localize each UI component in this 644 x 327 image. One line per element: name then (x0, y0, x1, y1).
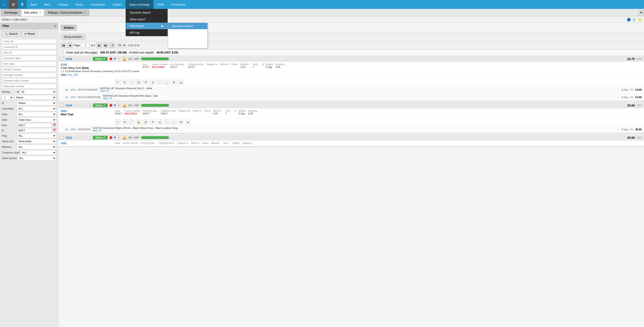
star-icon[interactable]: ⭐ (638, 17, 642, 22)
submenu-special-import[interactable]: Special import (168, 36, 207, 42)
nav-item[interactable]: Item (40, 0, 54, 9)
copy-icon[interactable]: ⧉ (122, 119, 128, 124)
menu-dynamic-export[interactable]: Dynamic export (126, 9, 168, 16)
status-to-select[interactable]: Status (17, 101, 56, 105)
nav-customers[interactable]: Customers (87, 0, 109, 9)
s-button[interactable]: S (18, 0, 26, 9)
order-id-link[interactable]: 5556 (66, 57, 72, 61)
eye-icon[interactable]: 👁 (143, 80, 148, 85)
from-date-input[interactable] (17, 123, 52, 127)
invoice-number-input[interactable] (2, 67, 56, 72)
status-field-select[interactable]: Status (14, 95, 56, 100)
client-store-select[interactable]: ALL (18, 156, 56, 160)
last-page-button[interactable]: ▶| (103, 43, 108, 48)
document-icon[interactable]: 📄 (129, 119, 134, 124)
item-id-link[interactable]: 1859 (70, 128, 76, 131)
filter-toggle[interactable]: ◁ (54, 24, 56, 28)
tab-edit-orders[interactable]: Edit orders ✕ (21, 9, 44, 16)
lock-icon[interactable]: 🔒 (136, 119, 142, 124)
refresh-button[interactable]: ↺ (110, 43, 115, 48)
nav-listings[interactable]: Listings (54, 0, 72, 9)
sync-icon[interactable]: 🔵 (626, 17, 631, 22)
order-id-input[interactable] (2, 39, 56, 44)
order-id-link[interactable]: 5539 (66, 104, 72, 107)
nav-stock[interactable]: Stock (72, 0, 87, 9)
tab-homepage[interactable]: Homepage (1, 9, 21, 16)
nav-start[interactable]: Start (26, 0, 40, 9)
ebay-username-link[interactable]: cha_zo8 (67, 73, 78, 76)
menu-data-import[interactable]: Data import ▶ Dynamic import Item Specia… (126, 23, 168, 29)
type-select[interactable]: ALL (17, 112, 56, 116)
tab-settings-event[interactable]: Settings » Event procedures ✕ (44, 9, 89, 16)
close-edit-orders-tab[interactable]: ✕ (39, 11, 41, 14)
submenu-ebay-listings[interactable]: eBay listings (168, 42, 207, 48)
date-select[interactable]: Order rece... (17, 118, 56, 122)
sub-order-link[interactable]: 5106 (61, 63, 67, 66)
item-id-input[interactable] (2, 50, 56, 55)
tab-overflow-arrow[interactable]: ▼ (638, 10, 644, 16)
customer-class-select[interactable]: ALL (20, 150, 56, 155)
menu-api-log[interactable]: API log (126, 29, 168, 36)
order-checkbox[interactable] (61, 104, 64, 107)
cancelled-select[interactable]: ALL (17, 106, 56, 111)
item-id-link[interactable]: 1924 (70, 96, 76, 98)
nav-processes[interactable]: Processes (168, 0, 189, 9)
customer-id-input[interactable] (2, 44, 56, 49)
prev-page-button[interactable]: ◀ (67, 43, 72, 48)
stock-unit-select[interactable]: Show limite... (17, 139, 56, 144)
calendar-icon2[interactable]: 📅 (53, 129, 56, 132)
copy-icon[interactable]: ⧉ (122, 80, 128, 85)
flag-select[interactable]: ALL (17, 133, 56, 138)
sort-field-select[interactable]: ID (20, 90, 56, 94)
package-number-input[interactable] (2, 73, 56, 77)
print-icon[interactable]: 🖨 (157, 119, 162, 124)
page-input[interactable] (81, 43, 90, 48)
monitor-icon[interactable]: 🖥 (632, 17, 636, 22)
status-operator-select[interactable]: = (2, 95, 14, 100)
gear-icon[interactable]: ⚙ (9, 0, 18, 9)
sub-order-link[interactable]: 5081 (61, 142, 67, 145)
item-source-link[interactable]: eBay UK (100, 90, 620, 92)
ebay-item-number-input[interactable] (2, 84, 56, 88)
eye-icon[interactable]: 👁 (150, 119, 156, 124)
per-page-select[interactable]: 50 (116, 43, 126, 48)
next-page-button[interactable]: ▶ (97, 43, 102, 48)
order-checkbox[interactable] (61, 136, 64, 139)
order-checkbox[interactable] (61, 58, 64, 60)
nav-data-exchange[interactable]: Data exchange (126, 0, 154, 9)
item-data-input[interactable] (2, 62, 56, 66)
sub-order-link[interactable]: 5092 (61, 110, 67, 113)
home-icon[interactable]: ⌂ (0, 0, 9, 9)
cloud-icon[interactable]: ☁ (185, 119, 190, 124)
customer-data-input[interactable] (2, 56, 56, 60)
cloud-icon[interactable]: ☁ (178, 80, 184, 85)
email-icon[interactable]: @ (143, 119, 148, 124)
order-id-link[interactable]: 5522 (66, 136, 72, 140)
search-button[interactable]: 🔍 Search (2, 31, 20, 37)
receipt-icon[interactable]: 🧾 (171, 119, 176, 124)
group-function-button[interactable]: Group function (61, 34, 85, 40)
close-settings-tab[interactable]: ✕ (84, 11, 86, 14)
item-id-link[interactable]: 1844 (70, 88, 76, 91)
submenu-item[interactable]: Item (168, 29, 207, 36)
multi-icon[interactable]: ⊞ (171, 80, 176, 85)
email-icon[interactable]: @ (136, 80, 142, 85)
submenu-dynamic-import[interactable]: Dynamic import (168, 23, 207, 29)
item-source-link[interactable]: eBay UK (103, 97, 620, 100)
arrow-icon[interactable]: → (164, 119, 170, 124)
calendar-icon[interactable]: 📅 (53, 124, 56, 127)
external-order-number-input[interactable] (2, 78, 56, 83)
first-page-button[interactable]: |◀ (61, 43, 66, 48)
receipt-icon[interactable]: 🧾 (164, 80, 170, 85)
document-icon[interactable]: 📄 (129, 80, 134, 85)
edit-icon[interactable]: ✏ (115, 80, 120, 85)
edit-icon[interactable]: ✏ (115, 119, 120, 124)
reset-button[interactable]: ↺ Reset (22, 31, 37, 37)
print-icon[interactable]: 🖨 (150, 80, 156, 85)
arrow-icon[interactable]: → (157, 80, 162, 85)
to-date-input[interactable] (17, 128, 52, 132)
menu-data-export[interactable]: Data export (126, 16, 168, 23)
multi-icon[interactable]: ⊞ (178, 119, 184, 124)
nav-cms[interactable]: CMS (154, 0, 168, 9)
item-source-link[interactable]: eBay UK (92, 130, 620, 132)
